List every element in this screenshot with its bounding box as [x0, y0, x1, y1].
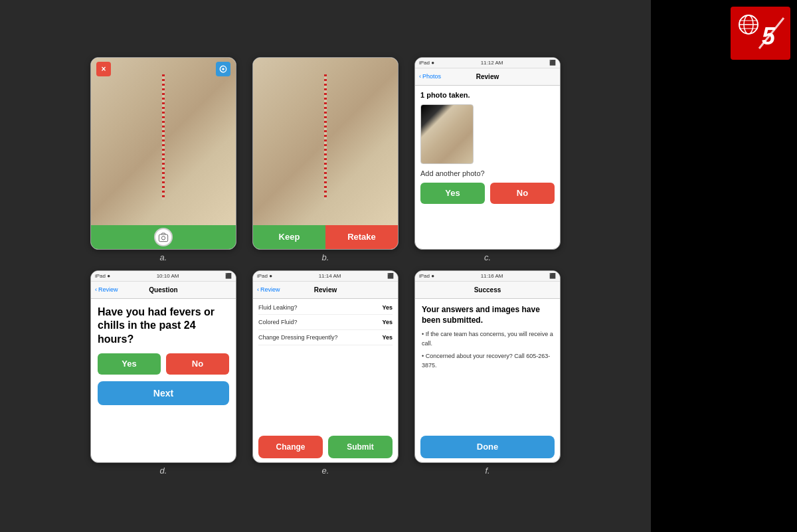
add-photo-text: Add another photo? — [420, 169, 555, 177]
answer-value-3: Yes — [382, 334, 393, 341]
success-title: Your answers and images have been submit… — [422, 304, 553, 327]
phone-screen-a: × — [90, 57, 236, 250]
phone-d-wrapper: iPad ● 10:10 AM ⬛ ‹ Review Question — [86, 270, 240, 476]
success-bullet2: • Concerned about your recovery? Call 60… — [422, 352, 553, 370]
logo-badge: 5 — [731, 7, 790, 60]
nav-bar-f: Success — [415, 282, 560, 299]
no-button-d[interactable]: No — [166, 353, 229, 375]
answer-item-2: Colored Fluid? Yes — [258, 319, 393, 330]
nav-back-d[interactable]: ‹ Review — [95, 286, 118, 293]
nav-bar-c: ‹ Photos Review — [415, 68, 560, 86]
logo-svg: 5 — [734, 10, 787, 56]
thumbnail-container — [420, 104, 555, 164]
close-camera-button[interactable]: × — [96, 62, 111, 76]
answer-row-d: Yes No — [98, 353, 229, 375]
action-row-e: Change Submit — [253, 432, 398, 462]
next-button[interactable]: Next — [98, 381, 229, 405]
phone-screen-f: iPad ● 11:16 AM ⬛ Success Your answers a… — [414, 270, 561, 463]
nav-title-f: Success — [474, 286, 501, 294]
phone-screen-b: Keep Retake — [252, 57, 398, 250]
nav-back-e[interactable]: ‹ Review — [257, 286, 280, 293]
logo-area: 5 — [651, 0, 797, 532]
photo-count: 1 photo taken. — [420, 91, 555, 99]
submit-button[interactable]: Submit — [328, 436, 393, 458]
svg-point-1 — [222, 68, 224, 70]
screen-e-label: e. — [322, 466, 329, 476]
carrier-d: iPad ● — [95, 273, 110, 279]
nav-title-e: Review — [314, 286, 337, 294]
shutter-button[interactable] — [154, 228, 173, 246]
phone-screen-d: iPad ● 10:10 AM ⬛ ‹ Review Question — [90, 270, 236, 463]
phone-a-wrapper: × — [86, 57, 240, 262]
nav-back-c[interactable]: ‹ Photos — [419, 73, 441, 80]
time-d: 10:10 AM — [157, 273, 179, 279]
done-button[interactable]: Done — [420, 436, 555, 458]
wound-visual — [162, 74, 165, 200]
success-bullet1: • If the care team has concerns, you wil… — [422, 330, 553, 348]
answer-question-2: Colored Fluid? — [258, 319, 379, 327]
answer-value-1: Yes — [382, 304, 393, 311]
review-content: 1 photo taken. Add another photo? Yes No — [415, 86, 560, 249]
no-button-c[interactable]: No — [490, 183, 555, 204]
screen-c-label: c. — [484, 252, 491, 262]
yes-no-row-c: Yes No — [420, 183, 555, 204]
time-c: 11:12 AM — [481, 60, 503, 66]
success-content: Your answers and images have been submit… — [415, 299, 560, 432]
status-bar-c: iPad ● 11:12 AM ⬛ — [415, 58, 560, 68]
phone-b-wrapper: Keep Retake b. — [248, 57, 402, 262]
status-bar-d: iPad ● 10:10 AM ⬛ — [91, 271, 236, 282]
answer-item-1: Fluid Leaking? Yes — [258, 304, 393, 315]
main-container: × — [0, 0, 797, 532]
battery-icons-d: ⬛ — [225, 273, 232, 279]
question-text: Have you had fevers or chills in the pas… — [98, 306, 229, 347]
photo-thumbnail — [420, 104, 474, 164]
phone-screen-c: iPad ● 11:12 AM ⬛ ‹ Photos Review — [414, 57, 561, 250]
phone-e-wrapper: iPad ● 11:14 AM ⬛ ‹ Review Review — [248, 270, 402, 476]
status-bar-e: iPad ● 11:14 AM ⬛ — [253, 271, 398, 282]
battery-icons-f: ⬛ — [549, 273, 556, 279]
answer-item-3: Change Dressing Frequently? Yes — [258, 334, 393, 345]
retake-button[interactable]: Retake — [325, 225, 398, 249]
svg-point-3 — [161, 236, 165, 239]
time-e: 11:14 AM — [319, 273, 341, 279]
answer-question-1: Fluid Leaking? — [258, 304, 379, 312]
answer-question-3: Change Dressing Frequently? — [258, 334, 379, 342]
nav-bar-e: ‹ Review Review — [253, 282, 398, 299]
screen-b-label: b. — [322, 252, 329, 262]
wound-visual-b — [324, 74, 327, 200]
screen-a-content: × — [91, 58, 236, 249]
svg-rect-4 — [734, 10, 787, 56]
screen-f-label: f. — [485, 466, 489, 476]
phone-c-wrapper: iPad ● 11:12 AM ⬛ ‹ Photos Review — [410, 57, 565, 262]
battery-icons-e: ⬛ — [387, 273, 394, 279]
time-f: 11:16 AM — [481, 273, 503, 279]
camera-bottom-bar — [91, 225, 236, 249]
screenshot-area: × — [0, 0, 651, 532]
status-bar-f: iPad ● 11:16 AM ⬛ — [415, 271, 560, 282]
phone-screen-e: iPad ● 11:14 AM ⬛ ‹ Review Review — [252, 270, 398, 463]
screen-a-label: a. — [160, 252, 167, 262]
carrier-f: iPad ● — [419, 273, 434, 279]
question-content: Have you had fevers or chills in the pas… — [91, 299, 236, 462]
keep-button[interactable]: Keep — [253, 225, 325, 249]
nav-title-d: Question — [149, 286, 177, 294]
done-row: Done — [415, 432, 560, 462]
phones-grid: × — [86, 57, 565, 476]
nav-bar-d: ‹ Review Question — [91, 282, 236, 299]
nav-title-c: Review — [476, 73, 499, 80]
battery-icons-c: ⬛ — [549, 60, 556, 66]
change-button[interactable]: Change — [258, 436, 323, 458]
preview-bottom-bar: Keep Retake — [253, 225, 398, 249]
screen-d-label: d. — [160, 466, 167, 476]
yes-button-c[interactable]: Yes — [420, 183, 485, 204]
yes-button-d[interactable]: Yes — [98, 353, 161, 375]
answers-content: Fluid Leaking? Yes Colored Fluid? Yes Ch… — [253, 299, 398, 432]
answer-value-2: Yes — [382, 319, 393, 325]
carrier-c: iPad ● — [419, 60, 434, 66]
camera-view: × — [91, 58, 236, 225]
svg-rect-2 — [159, 234, 167, 242]
camera-settings-button[interactable] — [216, 62, 230, 76]
preview-image — [253, 58, 398, 225]
carrier-e: iPad ● — [257, 273, 272, 279]
phone-f-wrapper: iPad ● 11:16 AM ⬛ Success Your answers a… — [410, 270, 565, 476]
